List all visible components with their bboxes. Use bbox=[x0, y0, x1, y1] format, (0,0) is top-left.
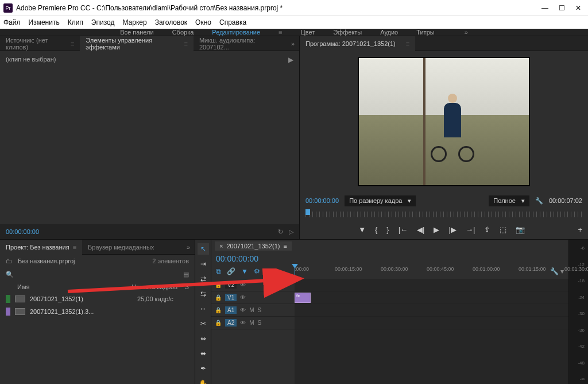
settings-icon[interactable]: 🔧 bbox=[535, 197, 543, 205]
rolling-edit-tool[interactable]: ⇆ bbox=[198, 288, 209, 299]
panel-overflow-icon[interactable]: » bbox=[182, 244, 195, 251]
project-list[interactable]: 20071021_1352(1) 25,00 кадр/с 20071021_1… bbox=[0, 293, 195, 384]
quality-dropdown[interactable]: Полное▾ bbox=[489, 195, 529, 206]
mark-out-button[interactable]: } bbox=[386, 225, 389, 234]
go-to-out-button[interactable]: →| bbox=[466, 225, 475, 234]
track-header-a1[interactable]: 🔒 A1 👁 M S bbox=[211, 304, 295, 317]
project-item[interactable]: 20071021_1352(1) 25,00 кадр/с bbox=[0, 293, 195, 305]
timeline-clip[interactable]: fx bbox=[295, 293, 311, 303]
track-header-v1[interactable]: 🔒 V1 👁 bbox=[211, 291, 295, 304]
razor-tool[interactable]: ✂ bbox=[198, 318, 209, 329]
program-monitor[interactable] bbox=[300, 51, 588, 192]
step-forward-button[interactable]: |▶ bbox=[448, 225, 456, 234]
solo-button[interactable]: S bbox=[258, 307, 262, 313]
menu-sequence[interactable]: Эпизод bbox=[91, 18, 115, 26]
project-item[interactable]: 20071021_1352(1).3... bbox=[0, 305, 195, 318]
expand-icon[interactable]: ▶ bbox=[288, 56, 293, 64]
eye-icon[interactable]: 👁 bbox=[240, 320, 246, 326]
workspace-titles[interactable]: Титры bbox=[416, 29, 434, 36]
track-select-tool[interactable]: ⇥ bbox=[198, 258, 209, 270]
selection-tool[interactable]: ↖ bbox=[198, 243, 209, 255]
menu-file[interactable]: Файл bbox=[3, 18, 21, 26]
go-to-in-button[interactable]: |← bbox=[399, 225, 408, 234]
step-back-button[interactable]: ◀| bbox=[417, 225, 424, 234]
col-name[interactable]: Имя bbox=[17, 283, 132, 290]
playhead-icon[interactable] bbox=[305, 209, 310, 215]
loop-icon[interactable]: ↻ bbox=[278, 228, 283, 236]
linked-selection-icon[interactable]: 🔗 bbox=[227, 267, 235, 275]
menu-window[interactable]: Окно bbox=[195, 18, 211, 26]
close-button[interactable]: ✕ bbox=[575, 4, 581, 12]
track-header-a2[interactable]: 🔒 A2 👁 M S bbox=[211, 317, 295, 329]
export-frame-button[interactable]: 📷 bbox=[516, 225, 525, 234]
workspace-overflow-icon[interactable]: » bbox=[465, 29, 468, 36]
lock-icon[interactable]: 🔒 bbox=[215, 320, 222, 326]
add-marker-icon[interactable]: ▼ bbox=[241, 267, 248, 275]
solo-button[interactable]: S bbox=[258, 320, 262, 326]
tab-program[interactable]: Программа: 20071021_1352(1) ≡ bbox=[300, 36, 415, 51]
mute-button[interactable]: M bbox=[249, 320, 254, 326]
filter-icon[interactable]: ▤ bbox=[183, 271, 189, 278]
tab-media-browser[interactable]: Браузер медиаданных bbox=[82, 240, 160, 255]
play-button[interactable]: ▶ bbox=[434, 225, 439, 234]
lock-icon[interactable]: 🔒 bbox=[215, 294, 222, 301]
track-lane-v2[interactable] bbox=[295, 279, 568, 291]
track-lane-a2[interactable] bbox=[295, 317, 568, 329]
workspace-color[interactable]: Цвет bbox=[301, 29, 315, 36]
search-icon[interactable]: 🔍 bbox=[6, 271, 14, 278]
col-fps[interactable]: Частота кадров bbox=[132, 283, 178, 290]
program-timecode-left[interactable]: 00:00:00:00 bbox=[305, 197, 339, 204]
timeline-timecode[interactable]: 00:00:00:00 bbox=[216, 254, 258, 263]
source-timecode[interactable]: 00:00:00:00 bbox=[6, 228, 39, 235]
workspace-editing[interactable]: Редактирование bbox=[212, 29, 260, 36]
program-scrubber[interactable] bbox=[300, 209, 588, 220]
maximize-button[interactable]: ☐ bbox=[559, 4, 565, 12]
tab-menu-icon[interactable]: ≡ bbox=[184, 40, 187, 47]
workspace-menu-icon[interactable]: ≡ bbox=[278, 29, 282, 36]
menu-clip[interactable]: Клип bbox=[68, 18, 83, 26]
rate-stretch-tool[interactable]: ↔ bbox=[198, 303, 209, 314]
ripple-edit-tool[interactable]: ⇄ bbox=[198, 273, 209, 285]
extract-button[interactable]: ⬚ bbox=[500, 225, 506, 234]
menu-title[interactable]: Заголовок bbox=[155, 18, 187, 26]
tab-menu-icon[interactable]: ≡ bbox=[406, 40, 409, 47]
slip-tool[interactable]: ⇔ bbox=[198, 333, 209, 344]
col-start[interactable]: З bbox=[177, 283, 189, 290]
lock-icon[interactable]: 🔒 bbox=[215, 282, 222, 288]
eye-icon[interactable]: 👁 bbox=[240, 282, 246, 288]
workspace-effects[interactable]: Эффекты bbox=[333, 29, 362, 36]
slide-tool[interactable]: ⬌ bbox=[198, 348, 209, 359]
lift-button[interactable]: ⇪ bbox=[484, 225, 490, 234]
tab-menu-icon[interactable]: ≡ bbox=[71, 40, 74, 47]
add-marker-button[interactable]: ▼ bbox=[358, 225, 366, 234]
minimize-button[interactable]: — bbox=[541, 4, 548, 12]
menu-help[interactable]: Справка bbox=[219, 18, 246, 26]
lock-icon[interactable]: 🔒 bbox=[215, 307, 222, 313]
track-header-v2[interactable]: 🔒 V2 👁 bbox=[211, 279, 295, 291]
tab-audio-mixer[interactable]: Микш. аудиоклипа: 2007102... bbox=[194, 36, 287, 51]
workspace-all-panels[interactable]: Все панели bbox=[120, 29, 153, 36]
track-lane-a1[interactable] bbox=[295, 304, 568, 317]
fit-dropdown[interactable]: По размеру кадра▾ bbox=[345, 195, 416, 206]
eye-icon[interactable]: 👁 bbox=[240, 294, 246, 301]
hand-tool[interactable]: ✋ bbox=[198, 378, 209, 384]
time-ruler[interactable]: :00:00 00:00:15:00 00:00:30:00 00:00:45:… bbox=[295, 265, 568, 277]
panel-overflow-icon[interactable]: » bbox=[287, 40, 299, 47]
tab-source[interactable]: Источник: (нет клипов)≡ bbox=[0, 36, 80, 51]
pen-tool[interactable]: ✒ bbox=[198, 363, 209, 374]
mute-button[interactable]: M bbox=[249, 307, 254, 313]
tab-project[interactable]: Проект: Без названия≡ bbox=[0, 240, 82, 255]
button-editor-icon[interactable]: + bbox=[578, 225, 582, 234]
mark-in-button[interactable]: { bbox=[375, 225, 377, 234]
menu-marker[interactable]: Маркер bbox=[122, 18, 146, 26]
timeline-tab[interactable]: ×20071021_1352(1)≡ bbox=[215, 241, 292, 251]
workspace-assembly[interactable]: Сборка bbox=[172, 29, 194, 36]
track-content[interactable]: fx bbox=[295, 279, 568, 384]
workspace-audio[interactable]: Аудио bbox=[380, 29, 398, 36]
track-lane-v1[interactable]: fx bbox=[295, 291, 568, 304]
play-only-icon[interactable]: ▷ bbox=[289, 228, 293, 236]
eye-icon[interactable]: 👁 bbox=[240, 307, 246, 313]
timeline-settings-icon[interactable]: ⚙ bbox=[254, 267, 260, 275]
snap-icon[interactable]: ⧉ bbox=[216, 267, 221, 275]
menu-edit[interactable]: Изменить bbox=[29, 18, 60, 26]
